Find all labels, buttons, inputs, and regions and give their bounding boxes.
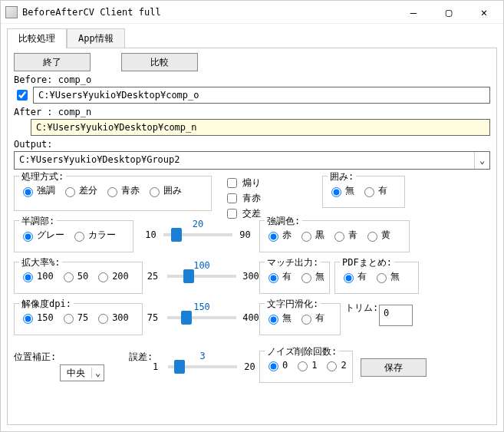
before-label: Before: comp_o: [14, 74, 490, 85]
radio-z-50[interactable]: 50: [60, 270, 88, 282]
tab-info[interactable]: App情報: [67, 28, 125, 48]
chevron-down-icon: ⌄: [91, 368, 104, 378]
save-button[interactable]: 保存: [361, 358, 427, 377]
radio-ec-red[interactable]: 赤: [265, 229, 292, 242]
radio-match-yes[interactable]: 有: [265, 270, 292, 283]
output-label: Output:: [14, 139, 490, 150]
output-path: C:¥Users¥yukio¥Desktop¥Group2: [15, 152, 474, 169]
radio-diff[interactable]: 差分: [61, 184, 97, 197]
method-label: 処理方式:: [19, 170, 66, 183]
slider-err-input[interactable]: [168, 365, 237, 368]
radio-dpi-75[interactable]: 75: [60, 312, 88, 324]
maximize-button[interactable]: ▢: [431, 2, 466, 23]
radio-dpi-300[interactable]: 300: [94, 312, 129, 324]
slider-zoom: 100 25 300: [144, 260, 259, 282]
radio-n-0[interactable]: 0: [265, 359, 288, 371]
group-dpi: 解像度dpi: 150 75 300: [14, 303, 143, 335]
before-path[interactable]: C:¥Users¥yukio¥Desktop¥comp_o: [33, 87, 490, 104]
radio-ec-black[interactable]: 黒: [298, 229, 324, 242]
tab-bar: 比較処理 App情報: [1, 24, 503, 48]
window-title: BeforeAfterCV Client full: [22, 7, 396, 18]
tab-compare[interactable]: 比較処理: [7, 28, 67, 48]
radio-enclose-none[interactable]: 無: [328, 184, 354, 197]
group-enclose: 囲み: 無 有: [322, 176, 405, 208]
slider-err: 3 1 20: [149, 351, 256, 372]
titlebar: BeforeAfterCV Client full ― ▢ ✕: [1, 1, 503, 24]
radio-ht-color[interactable]: カラー: [71, 229, 116, 242]
radio-z-200[interactable]: 200: [94, 270, 129, 282]
radio-ec-blue[interactable]: 青: [331, 229, 357, 242]
check-aori[interactable]: 煽り: [224, 176, 261, 190]
group-pdf: PDFまとめ: 有 無: [334, 262, 419, 294]
radio-dpi-150[interactable]: 150: [19, 312, 54, 324]
radio-kakomi[interactable]: 囲み: [146, 184, 182, 197]
radio-pdf-no[interactable]: 無: [373, 270, 400, 283]
group-method: 処理方式: 強調 差分 青赤 囲み: [14, 176, 212, 211]
compare-panel: 終了 比較 Before: comp_o C:¥Users¥yukio¥Desk…: [7, 48, 497, 425]
after-path[interactable]: C:¥Users¥yukio¥Desktop¥comp_n: [31, 119, 490, 136]
slider-dpi-input[interactable]: [167, 316, 236, 319]
exit-button[interactable]: 終了: [14, 53, 91, 71]
radio-match-no[interactable]: 無: [298, 270, 324, 283]
radio-pdf-yes[interactable]: 有: [340, 270, 367, 283]
radio-sm-yes[interactable]: 有: [298, 312, 324, 325]
app-window: BeforeAfterCV Client full ― ▢ ✕ 比較処理 App…: [0, 0, 504, 432]
radio-enclose-yes[interactable]: 有: [361, 184, 387, 197]
radio-br[interactable]: 青赤: [104, 184, 140, 197]
radio-ht-gray[interactable]: グレー: [19, 229, 64, 242]
chevron-down-icon[interactable]: ⌄: [474, 152, 489, 169]
minimize-button[interactable]: ―: [396, 2, 431, 23]
check-seiseki[interactable]: 青赤: [224, 191, 261, 206]
radio-z-100[interactable]: 100: [19, 270, 54, 282]
after-label: After : comp_n: [14, 107, 490, 117]
radio-sm-no[interactable]: 無: [265, 312, 292, 325]
checks-column: 煽り 青赤 交差: [224, 176, 261, 222]
slider-halftone: 20 10 90: [144, 219, 252, 240]
trim-input[interactable]: 0: [379, 305, 413, 326]
pos-combo[interactable]: 中央⌄: [60, 364, 104, 381]
group-halftone: 半調部: グレー カラー: [14, 220, 133, 252]
group-match: マッチ出力: 有 無: [259, 262, 330, 294]
trim-label: トリム:: [345, 302, 378, 315]
group-noise: ノイズ削除回数: 0 1 2: [259, 351, 353, 383]
slider-dpi: 150 75 400: [144, 302, 259, 323]
group-smooth: 文字円滑化: 無 有: [259, 303, 341, 335]
slider-zoom-input[interactable]: [167, 275, 236, 278]
compare-button[interactable]: 比較: [121, 53, 198, 71]
radio-emph[interactable]: 強調: [19, 184, 55, 197]
pos-label: 位置補正:: [14, 351, 56, 364]
close-button[interactable]: ✕: [466, 2, 502, 23]
app-icon: [5, 6, 18, 18]
before-checkbox[interactable]: [17, 90, 28, 101]
output-combo[interactable]: C:¥Users¥yukio¥Desktop¥Group2 ⌄: [14, 151, 490, 170]
radio-n-2[interactable]: 2: [323, 359, 346, 371]
group-zoom: 拡大率%: 100 50 200: [14, 262, 143, 294]
group-emcolor: 強調色: 赤 黒 青 黄: [259, 220, 410, 252]
slider-ht-input[interactable]: [163, 233, 232, 236]
radio-ec-yellow[interactable]: 黄: [364, 229, 390, 242]
radio-n-1[interactable]: 1: [294, 359, 317, 371]
